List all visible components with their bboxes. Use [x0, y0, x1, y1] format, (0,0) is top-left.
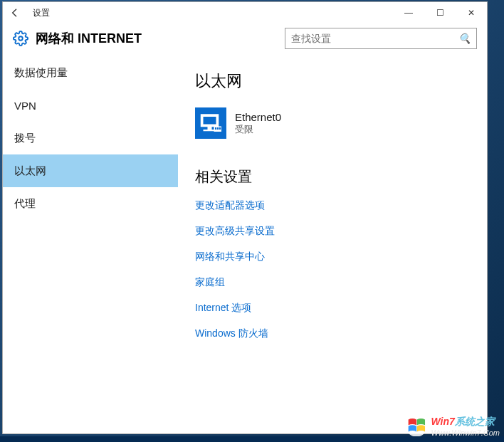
svg-rect-7 — [217, 127, 219, 130]
svg-rect-6 — [215, 127, 216, 130]
svg-rect-8 — [219, 127, 221, 130]
watermark-brand-prefix: Win7 — [431, 416, 455, 427]
page-title: 以太网 — [195, 70, 470, 92]
ethernet-icon — [195, 107, 226, 139]
sidebar-item-1[interactable]: VPN — [3, 89, 178, 122]
related-settings-title: 相关设置 — [195, 167, 470, 186]
ethernet-adapter[interactable]: Ethernet0 受限 — [195, 107, 470, 139]
page-category-title: 网络和 INTERNET — [36, 30, 142, 47]
svg-rect-3 — [208, 127, 212, 130]
header: 网络和 INTERNET 🔍 — [3, 23, 487, 56]
minimize-button[interactable]: — — [393, 3, 424, 23]
windows-logo-icon — [404, 414, 429, 438]
svg-rect-2 — [204, 117, 216, 125]
titlebar: 设置 — ☐ ✕ — [3, 2, 487, 23]
watermark-url: Www.Winwin7.Com — [431, 428, 500, 437]
settings-window: 设置 — ☐ ✕ 网络和 INTERNET 🔍 数据使用量VPN拨号以太网代理 — [2, 1, 488, 434]
svg-point-9 — [405, 414, 427, 436]
svg-point-0 — [19, 36, 23, 41]
back-button[interactable] — [7, 5, 23, 21]
sidebar-item-2[interactable]: 拨号 — [3, 122, 178, 154]
window-title: 设置 — [33, 7, 50, 19]
maximize-button[interactable]: ☐ — [424, 3, 456, 23]
watermark: Win7系统之家 Www.Winwin7.Com — [404, 414, 500, 438]
close-button[interactable]: ✕ — [456, 3, 487, 23]
related-link-1[interactable]: 更改高级共享设置 — [195, 225, 470, 238]
related-link-4[interactable]: Internet 选项 — [195, 302, 470, 315]
taskbar[interactable] — [0, 436, 504, 442]
sidebar: 数据使用量VPN拨号以太网代理 — [3, 56, 178, 433]
related-link-0[interactable]: 更改适配器选项 — [195, 199, 470, 212]
watermark-brand-suffix: 系统之家 — [455, 416, 495, 427]
search-input[interactable] — [291, 33, 458, 44]
search-icon: 🔍 — [458, 33, 471, 44]
search-box[interactable]: 🔍 — [285, 28, 477, 49]
related-link-3[interactable]: 家庭组 — [195, 276, 470, 289]
adapter-status: 受限 — [235, 123, 281, 136]
related-link-5[interactable]: Windows 防火墙 — [195, 327, 470, 340]
adapter-name: Ethernet0 — [235, 111, 281, 123]
gear-icon — [13, 31, 28, 46]
content-pane: 以太网 — [178, 56, 487, 433]
related-link-2[interactable]: 网络和共享中心 — [195, 251, 470, 263]
sidebar-item-4[interactable]: 代理 — [3, 187, 178, 220]
sidebar-item-3[interactable]: 以太网 — [3, 154, 178, 187]
sidebar-item-0[interactable]: 数据使用量 — [3, 56, 178, 89]
